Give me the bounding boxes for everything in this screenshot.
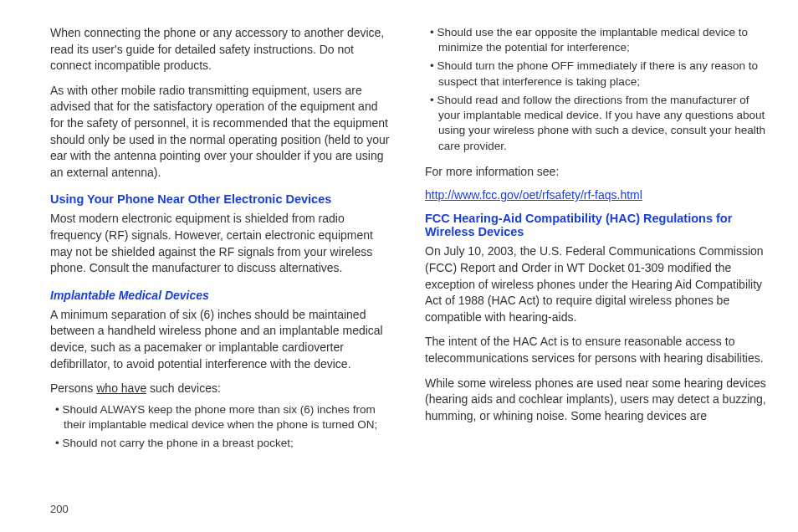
body-paragraph: The intent of the HAC Act is to ensure r… [425,334,766,366]
body-paragraph: For more information see: [425,164,766,181]
left-column: When connecting the phone or any accesso… [50,25,391,496]
body-paragraph: While some wireless phones are used near… [425,376,766,425]
external-link[interactable]: http://www.fcc.gov/oet/rfsafety/rf-faqs.… [425,188,766,202]
bullet-list: Should ALWAYS keep the phone more than s… [50,402,391,455]
list-item: Should use the ear opposite the implanta… [425,25,766,55]
section-heading: FCC Hearing-Aid Compatibility (HAC) Regu… [425,212,766,238]
list-intro: Persons who have such devices: [50,381,391,397]
body-paragraph: Most modern electronic equipment is shie… [50,211,391,276]
list-item: Should ALWAYS keep the phone more than s… [50,402,391,432]
page-number: 200 [50,503,766,515]
list-item: Should not carry the phone in a breast p… [50,436,391,451]
body-paragraph: On July 10, 2003, the U.S. Federal Commu… [425,243,766,325]
page-content: When connecting the phone or any accesso… [50,25,766,496]
list-item: Should turn the phone OFF immediately if… [425,59,766,89]
list-item: Should read and follow the directions fr… [425,93,766,154]
right-column: Should use the ear opposite the implanta… [425,25,766,496]
body-paragraph: As with other mobile radio transmitting … [50,83,391,182]
bullet-list: Should use the ear opposite the implanta… [425,25,766,157]
subsection-heading: Implantable Medical Devices [50,289,391,302]
section-heading: Using Your Phone Near Other Electronic D… [50,192,391,206]
body-paragraph: A minimum separation of six (6) inches s… [50,307,391,372]
body-paragraph: When connecting the phone or any accesso… [50,25,391,74]
